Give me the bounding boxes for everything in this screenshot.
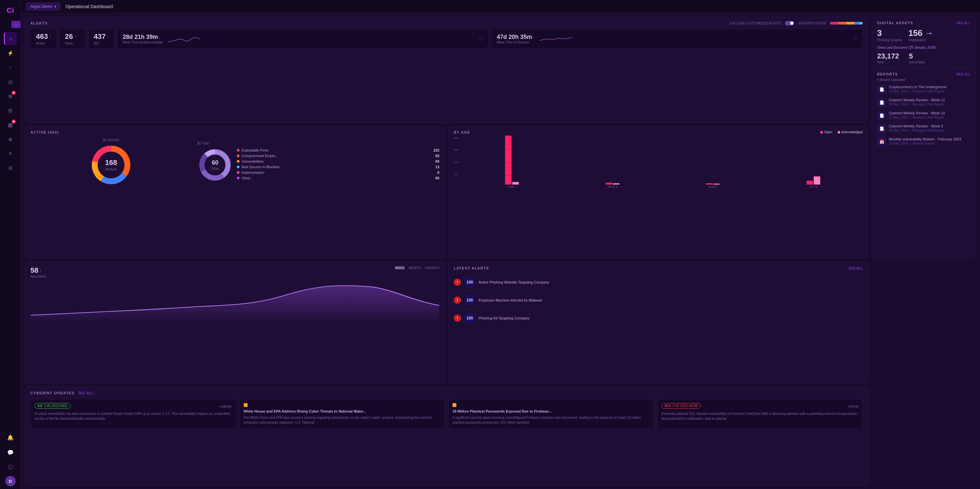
- report-item-3[interactable]: 📄 Cyberint Weekly Review - Week 10 11 Ma…: [877, 111, 970, 120]
- age-legend-ack: Acknowledged: [838, 130, 863, 134]
- report-meta-3: 11 Mar, 2024 | Research Hub Report: [889, 116, 970, 119]
- trend-header: 58 ↑ New Alerts WEEK MONTH 3 MONTH: [30, 266, 439, 278]
- trend-tab-month[interactable]: MONTH: [409, 266, 421, 270]
- trend-tab-3month[interactable]: 3 MONTH: [425, 266, 439, 270]
- age-legend: Open Acknowledged: [820, 130, 863, 134]
- reports-see-all[interactable]: SEE ALL: [956, 72, 970, 76]
- open-stat: 26 ↑ Open: [59, 29, 86, 49]
- sidebar-bottom: 🔔 💬 ⓘ D: [4, 431, 17, 486]
- da-inactivated: 5 Inactivated: [909, 52, 924, 64]
- sidebar-item-home[interactable]: ⌂: [4, 32, 17, 45]
- page-title: Operational Dashboard: [66, 4, 113, 9]
- report-item-4[interactable]: 📄 Cyberint Weekly Review - Week 9 04 Mar…: [877, 124, 970, 133]
- exclude-toggle[interactable]: [785, 21, 794, 25]
- age-open-dot: [820, 131, 823, 134]
- mttr-mini-chart: [540, 32, 848, 45]
- sidebar-item-chart[interactable]: ▦ N: [4, 118, 17, 131]
- updates-title: CYBERINT UPDATES: [30, 391, 75, 395]
- alert-item-1[interactable]: ! 100 Active Phishing Website Targeting …: [454, 273, 863, 291]
- see-all-chevron: ›: [94, 391, 95, 395]
- legend-dot-4: [237, 166, 239, 168]
- report-title-3[interactable]: Cyberint Weekly Review - Week 10: [889, 111, 970, 115]
- da-see-all[interactable]: SEE ALL: [956, 21, 970, 25]
- sidebar-item-filters[interactable]: ⊞: [4, 104, 17, 117]
- da-title: DIGITAL ASSETS: [877, 21, 913, 25]
- alerts-stats-row: 463 ↑ Active 26 ↑ Open 437 ↑: [30, 29, 863, 49]
- report-title-2[interactable]: Cyberint Weekly Review - Week 11: [889, 98, 970, 102]
- report-item-5[interactable]: 📅 Monthly Vulnerability Bulletin - Febru…: [877, 137, 970, 147]
- mttr-box: 47d 20h 35m ↑ Mean Time to Resolve ⓘ: [491, 29, 863, 49]
- sidebar-item-search[interactable]: ○: [4, 61, 17, 74]
- legend-item-2: Compromised Emplo... 93: [237, 154, 439, 158]
- legend-item-3: Vulnerabilities 69: [237, 159, 439, 163]
- cyberint-updates-card: CYBERINT UPDATES SEE ALL › 9.9 CVE-2023-…: [25, 387, 868, 486]
- alert-score-3: 100: [464, 312, 475, 324]
- da-pending: 3 Pending Scoping: [877, 28, 902, 42]
- by-age-title: BY AGE: [454, 130, 470, 134]
- mttr-trend-icon: ↑: [533, 35, 535, 39]
- legend-dot-2: [237, 155, 239, 157]
- active-section-title: ACTIVE (463): [30, 130, 439, 134]
- alert-priority-1: !: [454, 279, 461, 286]
- trend-tabs: WEEK MONTH 3 MONTH: [395, 266, 439, 270]
- legend-item-5: Impersonation 6: [237, 170, 439, 174]
- by-severity-label: By Severity: [103, 138, 119, 142]
- alerts-header: ALERTS EXCLUDE CUSTOMIZED ALERTS SEVERIT…: [30, 21, 863, 25]
- cve-badge-1: 9.9 CVE-2023-6901: [35, 403, 70, 409]
- update-card-4[interactable]: 10.0 CVE-2023-48788 fortinet A recently …: [657, 399, 863, 429]
- update-card-3[interactable]: 19 Million Plaintext Passwords Exposed D…: [448, 399, 654, 429]
- report-item-1[interactable]: 📄 Cryptocurrency In The Underground 21 M…: [877, 85, 970, 94]
- active-stat: 463 ↑ Active: [30, 29, 57, 49]
- sidebar-expand-button[interactable]: ›: [11, 21, 21, 28]
- sidebar-item-settings[interactable]: ⚙: [4, 161, 17, 174]
- updates-see-all[interactable]: SEE ALL ›: [78, 391, 95, 395]
- legend-dot-3: [237, 160, 239, 162]
- open-value: 26 ↑: [65, 32, 80, 41]
- ack-value: 437 ↑: [94, 32, 109, 41]
- report-title-4[interactable]: Cyberint Weekly Review - Week 9: [889, 124, 970, 128]
- latest-alerts-see-all[interactable]: SEE ALL: [848, 266, 863, 270]
- sidebar: Ci › ⌂ ⚡ ○ ◎ ⊕ N ⊞ ▦ N ⊕ ≡ ⚙ 🔔 💬 ⓘ D: [0, 0, 21, 489]
- age-yaxis: 400 300 200 100: [454, 136, 460, 185]
- report-meta-5: 29 Feb, 2024 | Monthly Report: [889, 142, 970, 145]
- report-title-5[interactable]: Monthly Vulnerability Bulletin - Februar…: [889, 137, 970, 141]
- mtta-box: 28d 21h 39m ↓ Mean Time to Acknowledge ⓘ: [117, 29, 488, 49]
- sev-high: [838, 22, 846, 24]
- reports-section: REPORTS SEE ALL 5 Recent Uploaded 📄 Cryp…: [877, 72, 970, 147]
- sidebar-item-users[interactable]: ⊕: [4, 133, 17, 146]
- updates-grid: 9.9 CVE-2023-6901 codelyfe A critical vu…: [30, 399, 863, 429]
- sidebar-item-tags[interactable]: ◎: [4, 75, 17, 88]
- mttr-label: Mean Time to Resolve: [497, 40, 535, 44]
- sidebar-item-info[interactable]: ⓘ: [4, 461, 17, 474]
- update-text-3: A significant security lapse involving m…: [452, 415, 650, 425]
- type-legend: Exploitable Ports 222 Compromised Emplo.…: [237, 148, 439, 182]
- sidebar-item-analytics[interactable]: ⚡: [4, 46, 17, 59]
- severity-label: SEVERITY FILTER: [798, 22, 826, 25]
- update-card-1[interactable]: 9.9 CVE-2023-6901 codelyfe A critical vu…: [30, 399, 236, 429]
- active-label: Active: [36, 41, 51, 45]
- demo-label: Argos Demo: [30, 4, 52, 9]
- sidebar-item-chat[interactable]: 💬: [4, 446, 17, 459]
- alert-item-3[interactable]: ! 100 Phishing Kit Targeting Company: [454, 309, 863, 327]
- da-new-value: 23,172: [877, 52, 899, 61]
- age-ack-dot: [838, 131, 840, 134]
- legend-item-4: Mail Servers in Blocklist 13: [237, 165, 439, 169]
- open-trend-icon: ↑: [74, 34, 76, 39]
- sidebar-item-security[interactable]: ⊕ N: [4, 89, 17, 103]
- mttr-info-icon[interactable]: ⓘ: [853, 36, 857, 42]
- alert-item-2[interactable]: ! 100 Employee Machine Infected by Malwa…: [454, 291, 863, 309]
- alert-text-1: Active Phishing Website Targeting Compan…: [479, 280, 863, 284]
- sidebar-item-notifications[interactable]: 🔔: [4, 431, 17, 444]
- report-item-2[interactable]: 📄 Cyberint Weekly Review - Week 11 19 Ma…: [877, 98, 970, 107]
- report-title-1[interactable]: Cryptocurrency In The Underground: [889, 85, 970, 89]
- digital-assets-card: DIGITAL ASSETS SEE ALL 3 Pending Scoping…: [872, 17, 976, 259]
- demo-selector[interactable]: Argos Demo ▾: [26, 3, 60, 10]
- sidebar-item-report[interactable]: ≡: [4, 147, 17, 160]
- sev-info: [859, 22, 863, 24]
- mtta-mini-chart: [168, 32, 474, 45]
- trend-tab-week[interactable]: WEEK: [395, 266, 405, 270]
- mtta-info-icon[interactable]: ⓘ: [479, 36, 483, 42]
- user-avatar[interactable]: D: [5, 476, 16, 486]
- mttr-info: 47d 20h 35m ↑ Mean Time to Resolve: [497, 33, 535, 44]
- update-card-2[interactable]: White House and EPA Address Rising Cyber…: [239, 399, 445, 429]
